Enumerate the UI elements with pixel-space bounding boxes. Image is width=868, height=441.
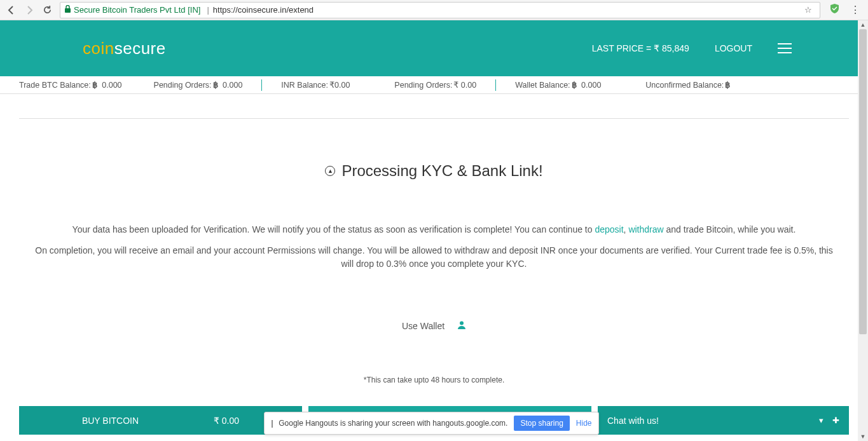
browser-toolbar: Secure Bitcoin Traders Pvt Ltd [IN] | ht… [0, 0, 868, 20]
logo-part-secure: secure [114, 39, 166, 58]
logo-part-coin: coin [83, 39, 114, 58]
inr-balance: INR Balance: ₹0.00 [281, 80, 350, 90]
kyc-heading: ▲ Processing KYC & Bank Link! [325, 162, 542, 180]
sharing-text: Google Hangouts is sharing your screen w… [279, 419, 507, 428]
site-header: coinsecure LAST PRICE = ₹ 85,849 LOGOUT [0, 20, 868, 76]
scroll-thumb[interactable] [859, 29, 867, 334]
kyc-paragraph-1: Your data has been uploaded for Verifica… [19, 223, 849, 236]
url-text: https://coinsecure.in/extend [213, 5, 313, 15]
use-wallet-link[interactable]: Use Wallet [402, 321, 444, 331]
bitcoin-icon: ฿ [213, 80, 218, 90]
scrollbar[interactable]: ▲ ▼ [858, 20, 868, 441]
reload-button[interactable] [38, 1, 56, 19]
user-icon[interactable] [457, 320, 466, 331]
address-bar[interactable]: Secure Bitcoin Traders Pvt Ltd [IN] | ht… [60, 2, 820, 18]
scroll-up-icon[interactable]: ▲ [858, 20, 868, 29]
lock-icon [64, 5, 71, 15]
use-wallet-row: Use Wallet [19, 320, 849, 331]
forward-button[interactable] [20, 1, 38, 19]
balance-separator [495, 79, 496, 91]
header-right: LAST PRICE = ₹ 85,849 LOGOUT [592, 43, 792, 53]
menu-hamburger-icon[interactable] [778, 43, 792, 53]
svg-rect-0 [65, 8, 71, 13]
trade-btc-balance: Trade BTC Balance: ฿ 0.000 [19, 80, 122, 90]
buy-bitcoin-button[interactable]: BUY BITCOIN₹ 0.00 [19, 406, 302, 435]
url-separator: | [207, 5, 209, 15]
withdraw-link[interactable]: withdraw [628, 224, 663, 234]
scroll-down-icon[interactable]: ▼ [858, 432, 868, 441]
extension-shield-icon[interactable] [829, 3, 840, 17]
chat-collapse-icon[interactable]: ▾ [819, 416, 823, 425]
screen-sharing-banner: || Google Hangouts is sharing your scree… [264, 412, 599, 435]
bitcoin-icon: ฿ [572, 80, 577, 90]
balance-bar: Trade BTC Balance: ฿ 0.000 Pending Order… [0, 76, 868, 94]
bitcoin-icon: ฿ [725, 80, 730, 90]
stop-sharing-button[interactable]: Stop sharing [514, 416, 569, 431]
unconfirmed-balance: Unconfirmed Balance: ฿ [645, 80, 730, 90]
svg-point-1 [460, 322, 464, 325]
kyc-note: *This can take upto 48 hours to complete… [19, 376, 849, 384]
deposit-link[interactable]: deposit [595, 224, 623, 234]
last-price: LAST PRICE = ₹ 85,849 [592, 43, 689, 53]
chat-expand-icon[interactable]: ✚ [832, 416, 839, 425]
pause-icon: || [271, 419, 272, 428]
secure-origin-label: Secure Bitcoin Traders Pvt Ltd [IN] [74, 5, 200, 15]
back-button[interactable] [3, 1, 20, 19]
logo[interactable]: coinsecure [83, 39, 166, 58]
kyc-paragraph-2: On completion, you will receive an email… [19, 244, 849, 271]
pending-orders-inr: Pending Orders: ₹ 0.00 [394, 80, 476, 90]
bitcoin-icon: ฿ [92, 80, 97, 90]
chat-widget[interactable]: Chat with us! ▾ ✚ [598, 406, 849, 435]
bookmark-star-icon[interactable]: ☆ [801, 5, 816, 15]
logout-link[interactable]: LOGOUT [715, 43, 752, 53]
browser-menu-icon[interactable]: ⋮ [850, 4, 860, 16]
alert-icon: ▲ [325, 166, 335, 176]
hide-sharing-link[interactable]: Hide [576, 419, 592, 428]
balance-separator [261, 79, 262, 91]
main-content: ▲ Processing KYC & Bank Link! Your data … [0, 118, 868, 384]
wallet-balance: Wallet Balance: ฿ 0.000 [515, 80, 601, 90]
pending-orders-btc: Pending Orders: ฿ 0.000 [154, 80, 243, 90]
